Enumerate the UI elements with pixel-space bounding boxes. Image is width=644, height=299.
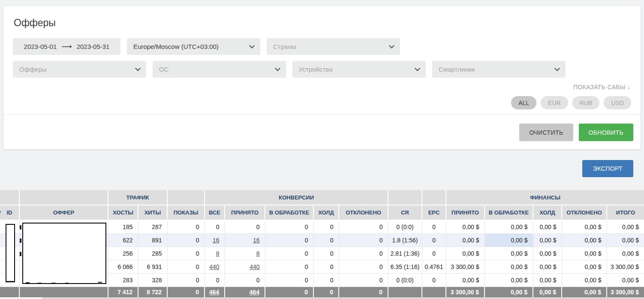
cell-fin_accepted: 0,00 $	[446, 247, 485, 260]
column-header-fin_processing[interactable]: В ОБРАБОТКЕ	[485, 205, 533, 220]
chevron-down-icon	[415, 66, 420, 71]
date-to-value: 2023-05-31	[77, 43, 110, 50]
redaction-artifact	[38, 283, 42, 284]
cell-fin_total: 0,00 $	[607, 247, 644, 260]
cell-all: 464	[205, 287, 225, 297]
cell-fin_declined: 0,00 $	[562, 260, 607, 273]
cell-shows: 0	[167, 220, 205, 233]
currency-pill-eur[interactable]: EUR	[541, 96, 568, 109]
filter-row-2: Офферы ОС Устройства Смартлинки	[13, 61, 632, 78]
os-select[interactable]: ОС	[153, 61, 286, 78]
clear-button[interactable]: ОЧИСТИТЬ	[519, 124, 573, 141]
devices-placeholder: Устройства	[299, 66, 332, 73]
column-header-id[interactable]: IDР	[0, 205, 19, 220]
column-header-epc[interactable]: EPC	[422, 205, 446, 220]
cell-shows: 0	[167, 233, 205, 247]
timezone-value: Europe/Moscow (UTC+03:00)	[133, 43, 219, 50]
cell-fin_processing: 0,00 $	[485, 287, 533, 297]
column-header-shows[interactable]: ПОКАЗЫ	[167, 205, 205, 220]
conversions-link[interactable]: 16	[253, 237, 260, 244]
horizontal-scrollbar[interactable]	[42, 297, 644, 299]
column-header-hits[interactable]: ХИТЫ	[138, 205, 167, 220]
conversions-link[interactable]: 440	[250, 263, 259, 270]
cell-fin_processing: 0,00 $	[485, 220, 533, 233]
chevron-down-icon	[389, 43, 394, 48]
conversions-link[interactable]: 464	[250, 289, 259, 296]
column-group-traffic: ТРАФИК	[108, 190, 167, 205]
refresh-button[interactable]: ОБНОВИТЬ	[579, 124, 633, 141]
cell-accepted: 8	[225, 247, 265, 260]
date-range-input[interactable]: 2023-05-01 ⟶ 2023-05-31	[13, 38, 120, 55]
cell-fin_hold: 0,00 $	[533, 247, 562, 260]
conversions-link[interactable]: 8	[256, 250, 260, 257]
cell-fin_hold: 0,00 $	[533, 260, 562, 273]
cell-cr: 0 (0:0)	[388, 273, 422, 287]
cell-fin_accepted: 3 300,00 $	[446, 260, 485, 273]
filter-actions: ОЧИСТИТЬ ОБНОВИТЬ	[519, 124, 633, 141]
currency-pill-all[interactable]: ALL	[511, 96, 536, 109]
column-header-all[interactable]: ВСЕ	[205, 205, 225, 220]
cell-hold: 0	[313, 233, 339, 247]
column-header-processing[interactable]: В ОБРАБОТКЕ	[265, 205, 313, 220]
column-header-accepted[interactable]: ПРИНЯТО	[225, 205, 265, 220]
cell-processing: 0	[265, 247, 313, 260]
column-header-hold[interactable]: ХОЛД	[313, 205, 339, 220]
show-subs-toggle[interactable]: ПОКАЗАТЬ САБЫ ↓	[573, 84, 630, 91]
column-header-offer[interactable]: ОФФЕР	[19, 205, 108, 220]
total-row: 7 4128 72204644640003 300,00 $0,00 $0,00…	[0, 287, 644, 297]
column-header-cr[interactable]: CR	[388, 205, 422, 220]
cell-fin_processing: 0,00 $	[485, 273, 533, 287]
os-placeholder: ОС	[159, 66, 169, 73]
conversions-link[interactable]: 8	[216, 250, 220, 257]
offers-select[interactable]: Офферы	[13, 61, 146, 78]
column-header-fin_hold[interactable]: ХОЛД	[533, 205, 562, 220]
cell-processing: 0	[265, 233, 313, 247]
cell-hosts: 6 066	[108, 260, 138, 273]
cell-epc	[422, 287, 446, 297]
cell-hold: 0	[313, 260, 339, 273]
conversions-link[interactable]: 464	[209, 289, 219, 296]
conversions-link[interactable]: 440	[209, 263, 219, 270]
column-group-spacer	[422, 190, 446, 205]
cell-hits: 8 722	[138, 287, 167, 297]
column-group-spacer	[167, 190, 205, 205]
countries-select[interactable]: Страны	[267, 38, 400, 55]
filter-card: Офферы 2023-05-01 ⟶ 2023-05-31 Europe/Mo…	[3, 6, 641, 149]
currency-pill-rub[interactable]: RUB	[572, 96, 600, 109]
cell-fin_declined: 0,00 $	[562, 287, 607, 297]
cell-fin_declined: 0,00 $	[562, 220, 607, 233]
cell-hits: 285	[138, 247, 167, 260]
cell-fin_total: 3 300,00 $	[607, 287, 644, 297]
arrow-down-icon: ↓	[627, 84, 630, 91]
cell-hold: 0	[313, 220, 339, 233]
column-header-declined[interactable]: ОТКЛОНЕНО	[339, 205, 388, 220]
devices-select[interactable]: Устройства	[292, 61, 426, 78]
show-subs-row: ПОКАЗАТЬ САБЫ ↓	[13, 84, 632, 91]
cell-hosts: 283	[108, 273, 138, 287]
column-group-finances: ФИНАНСЫ	[446, 190, 644, 205]
chevron-down-icon	[249, 43, 255, 48]
column-header-fin_total[interactable]: ИТОГО	[607, 205, 644, 220]
conversions-link[interactable]: 16	[213, 237, 220, 244]
column-group-spacer	[388, 190, 422, 205]
column-header-fin_accepted[interactable]: ПРИНЯТО	[446, 205, 485, 220]
card-divider	[3, 115, 641, 115]
column-header-fin_declined[interactable]: ОТКЛОНЕНО	[562, 205, 607, 220]
column-header-hosts[interactable]: ХОСТЫ	[108, 205, 138, 220]
smartlinks-select[interactable]: Смартлинки	[432, 61, 566, 78]
redaction-artifact	[20, 252, 21, 256]
cell-processing: 0	[265, 273, 313, 287]
cell-hosts: 256	[108, 247, 138, 260]
currency-pill-usd[interactable]: USD	[604, 96, 631, 109]
cell-accepted: 0	[225, 273, 265, 287]
cell-processing: 0	[265, 220, 313, 233]
redaction-artifact	[6, 281, 14, 282]
cell-fin_hold: 0,00 $	[533, 273, 562, 287]
export-button[interactable]: ЭКСПОРТ	[582, 160, 633, 177]
redaction-box	[22, 223, 106, 284]
cell-fin_accepted: 0,00 $	[446, 220, 485, 233]
cell-cr: 6.35 (1:16)	[388, 260, 422, 273]
column-group-conversions: КОНВЕРСИИ	[205, 190, 388, 205]
timezone-select[interactable]: Europe/Moscow (UTC+03:00)	[127, 38, 260, 55]
cell-fin_accepted: 0,00 $	[446, 233, 485, 247]
